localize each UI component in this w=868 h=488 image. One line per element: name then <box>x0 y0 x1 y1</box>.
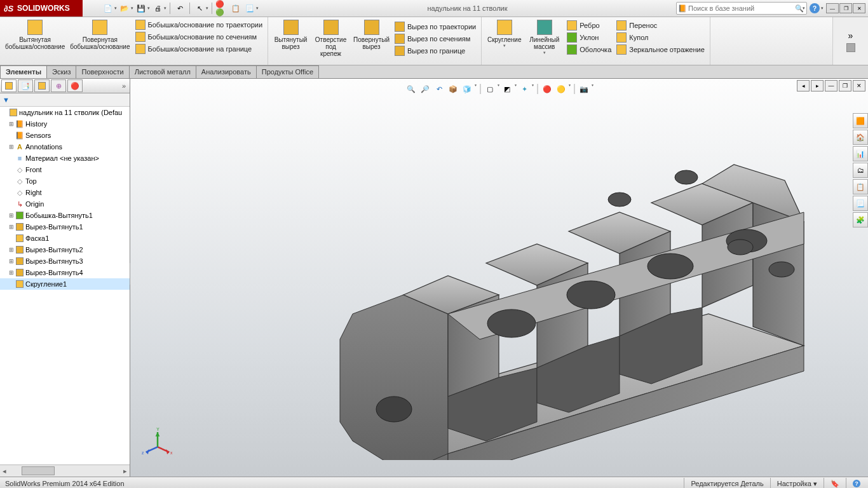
tree-hscroll[interactable]: ◂ ▸ <box>0 464 130 477</box>
view-palette-tab[interactable]: 🗂 <box>853 163 868 178</box>
sweep-cut-button[interactable]: Вырез по траектории <box>392 20 478 32</box>
undo-icon[interactable]: ↶ <box>173 2 186 15</box>
zoom-fit-icon[interactable]: 🔍 <box>405 83 417 95</box>
tab-evaluate[interactable]: Анализировать <box>196 65 257 78</box>
loft-cut-button[interactable]: Вырез по сечениям <box>392 32 478 44</box>
minimize-button[interactable]: — <box>826 3 839 13</box>
view-orientation-icon[interactable]: 🧊 <box>461 83 473 95</box>
render-icon[interactable]: 🟡 <box>555 83 567 95</box>
close-button[interactable]: ✕ <box>853 3 865 13</box>
new-file-icon[interactable]: 📄 <box>102 2 114 15</box>
ribbon-overflow[interactable]: » <box>832 17 868 65</box>
tree-filter[interactable]: ▼ <box>0 93 130 107</box>
tree-feature[interactable]: Фаска1 <box>0 233 130 244</box>
status-flag-icon[interactable]: 🔖 <box>824 478 846 488</box>
view-settings-icon[interactable]: 📷 <box>578 83 590 95</box>
zoom-area-icon[interactable]: 🔎 <box>419 83 431 95</box>
ribbon-options-icon[interactable] <box>846 43 855 52</box>
save-icon[interactable]: 💾 <box>135 2 147 15</box>
status-edition: SolidWorks Premium 2014 x64 Edition <box>0 480 125 487</box>
status-customize[interactable]: Настройка ▾ <box>770 478 824 488</box>
doc-prev-icon[interactable]: ◂ <box>797 80 810 92</box>
tree-feature[interactable]: ⊞Вырез-Вытянуть2 <box>0 244 130 255</box>
hole-wizard-button[interactable]: Отверстие под крепеж <box>311 18 351 58</box>
rebuild-icon[interactable]: 🔴🟢 <box>215 2 228 15</box>
resources-tab[interactable]: 🟧 <box>853 113 868 128</box>
restore-button[interactable]: ❐ <box>839 3 852 13</box>
mirror-button[interactable]: Зеркальное отражение <box>614 44 707 56</box>
tree-material[interactable]: ≡Материал <не указан> <box>0 152 130 164</box>
boundary-boss-button[interactable]: Бобышка/основание на границе <box>133 43 266 55</box>
tree-plane-front[interactable]: ◇Front <box>0 164 130 175</box>
tree-history[interactable]: ⊞📙History <box>0 118 130 130</box>
select-icon[interactable]: ↖ <box>193 2 206 15</box>
fillet-button[interactable]: Скругление ▾ <box>484 18 524 57</box>
file-explorer-tab[interactable]: 📊 <box>853 146 868 161</box>
orientation-triad[interactable]: x Y z <box>142 426 173 458</box>
help-icon[interactable]: ? <box>810 3 820 13</box>
render-manager-tab[interactable]: 🔴 <box>67 79 83 92</box>
feature-manager-tab[interactable] <box>1 79 17 92</box>
revolve-boss-button[interactable]: Повернутая бобышка/основание <box>67 18 132 55</box>
print-icon[interactable]: 🖨 <box>151 2 164 15</box>
doc-minimize-button[interactable]: — <box>825 80 837 92</box>
boundary-cut-button[interactable]: Вырез по границе <box>392 44 478 57</box>
design-library-tab[interactable]: 🏠 <box>853 130 868 145</box>
extrude-boss-button[interactable]: Вытянутая бобышка/основание <box>3 18 67 55</box>
tree-feature[interactable]: ⊞Вырез-Вытянуть4 <box>0 267 130 278</box>
linear-pattern-button[interactable]: Линейный массив ▾ <box>524 18 564 57</box>
property-manager-tab[interactable]: 📑 <box>18 79 33 92</box>
tree-feature[interactable]: ⊞Бобышка-Вытянуть1 <box>0 210 130 221</box>
tree-annotations[interactable]: ⊞AAnnotations <box>0 141 130 152</box>
status-help-icon[interactable]: ? <box>846 478 868 488</box>
display-style-icon[interactable]: ▢ <box>484 83 496 95</box>
wrap-button[interactable]: Перенос <box>614 20 707 32</box>
section-view-icon[interactable]: 📦 <box>447 83 459 95</box>
doc-close-button[interactable]: ✕ <box>853 80 865 92</box>
graphics-area[interactable]: 🔍 🔎 ↶ 📦 🧊▾ ▢▾ ◩▾ ✦▾ 🔴 🟡▾ 📷▾ ◂ ▸ — ❐ ✕ 🟧 … <box>130 79 868 477</box>
options-paste-icon[interactable]: 📋 <box>229 2 242 15</box>
draft-button[interactable]: Уклон <box>564 32 614 44</box>
tab-features[interactable]: Элементы <box>0 65 47 78</box>
svg-text:z: z <box>142 451 144 455</box>
hide-show-icon[interactable]: ◩ <box>501 83 513 95</box>
doc-restore-button[interactable]: ❐ <box>839 80 851 92</box>
tree-root[interactable]: надульник на 11 стволик (Defau <box>0 107 130 118</box>
doc-next-icon[interactable]: ▸ <box>811 80 824 92</box>
ds-logo-icon: ∂S <box>4 4 13 13</box>
appearances-tab[interactable]: 📋 <box>853 179 868 194</box>
tree-plane-top[interactable]: ◇Top <box>0 175 130 187</box>
scroll-thumb[interactable] <box>22 466 55 475</box>
forum-tab[interactable]: 🧩 <box>853 212 868 227</box>
tab-office[interactable]: Продукты Office <box>256 65 319 78</box>
scene-icon[interactable]: ✦ <box>518 83 531 95</box>
appearance-icon[interactable]: 🔴 <box>541 83 553 95</box>
extrude-boss-icon <box>27 20 43 35</box>
tab-sketch[interactable]: Эскиз <box>46 65 76 78</box>
rib-button[interactable]: Ребро <box>564 20 614 32</box>
tree-feature[interactable]: ⊞Вырез-Вытянуть1 <box>0 221 130 233</box>
loft-boss-button[interactable]: Бобышка/основание по сечениям <box>133 30 266 43</box>
tree-plane-right[interactable]: ◇Right <box>0 187 130 198</box>
tab-surfaces[interactable]: Поверхности <box>76 65 129 78</box>
open-file-icon[interactable]: 📂 <box>118 2 131 15</box>
search-input[interactable] <box>687 4 795 13</box>
revolve-cut-button[interactable]: Повернутый вырез <box>351 18 392 58</box>
tab-sheetmetal[interactable]: Листовой металл <box>129 65 196 78</box>
shell-button[interactable]: Оболочка <box>564 44 614 56</box>
config-manager-tab[interactable] <box>34 79 50 92</box>
previous-view-icon[interactable]: ↶ <box>433 83 445 95</box>
dome-button[interactable]: Купол <box>614 32 707 44</box>
panel-expand-icon[interactable]: » <box>119 82 128 90</box>
feature-tree[interactable]: надульник на 11 стволик (Defau ⊞📙History… <box>0 107 130 464</box>
tree-origin[interactable]: ↳Origin <box>0 198 130 210</box>
tree-feature[interactable]: ⊞Вырез-Вытянуть3 <box>0 255 130 267</box>
dim-manager-tab[interactable]: ⊕ <box>51 79 66 92</box>
sweep-boss-button[interactable]: Бобышка/основание по траектории <box>133 18 266 30</box>
extrude-cut-button[interactable]: Вытянутый вырез <box>271 18 311 58</box>
tree-sensors[interactable]: 📙Sensors <box>0 130 130 141</box>
knowledge-search[interactable]: 📙 🔍▾ <box>676 2 807 15</box>
tree-feature-selected[interactable]: Скругление1 <box>0 278 130 290</box>
custom-props-tab[interactable]: 📃 <box>853 196 868 211</box>
options-icon[interactable]: 📃 <box>243 2 256 15</box>
